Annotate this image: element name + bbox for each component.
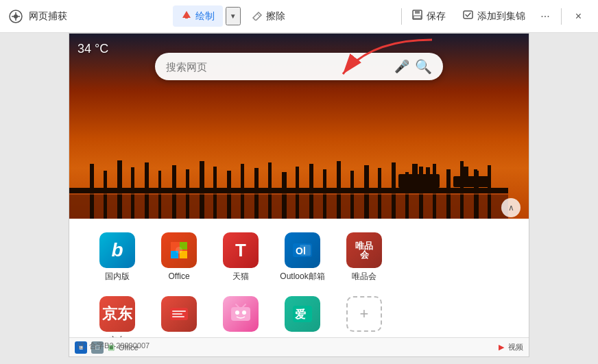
- svg-rect-17: [186, 169, 189, 226]
- svg-rect-24: [282, 172, 287, 226]
- erase-icon: [252, 10, 263, 23]
- collection-icon: [462, 9, 474, 23]
- erase-button[interactable]: 擦除: [243, 5, 294, 27]
- draw-dropdown-button[interactable]: ▼: [226, 7, 241, 25]
- svg-rect-3: [185, 16, 188, 19]
- svg-rect-44: [453, 176, 491, 187]
- app-tmall-icon: T: [223, 232, 259, 268]
- bottom-text-3: ▶: [499, 343, 504, 352]
- app-jd-icon: 京东: [99, 296, 135, 332]
- search-input[interactable]: [166, 61, 389, 73]
- app-iqiyi[interactable]: 爱: [275, 292, 330, 339]
- svg-rect-39: [488, 165, 491, 226]
- svg-rect-20: [227, 171, 231, 226]
- app-tmall-label: 天猫: [232, 271, 249, 282]
- browser-content: 34 °C 🎤 🔍 ∧ b 国内版: [69, 33, 529, 357]
- erase-label: 擦除: [266, 10, 285, 23]
- svg-text:Ol: Ol: [296, 245, 306, 256]
- svg-rect-62: [231, 307, 250, 321]
- svg-rect-47: [69, 193, 508, 195]
- draw-icon: [181, 10, 192, 23]
- app-bilibili-icon: [223, 296, 259, 332]
- license-text: 证: 合字B2-20090007: [77, 341, 150, 351]
- svg-rect-19: [213, 167, 217, 226]
- svg-rect-45: [464, 167, 468, 178]
- svg-rect-27: [323, 169, 326, 226]
- app-vip[interactable]: 唯品会 唯品会: [337, 228, 392, 287]
- svg-rect-36: [446, 169, 451, 226]
- app-bilibili[interactable]: [213, 292, 268, 339]
- app-bing[interactable]: b 国内版: [90, 228, 145, 287]
- save-button[interactable]: 保存: [405, 5, 453, 27]
- collection-button[interactable]: 添加到集锦: [455, 5, 532, 27]
- svg-rect-43: [426, 167, 430, 176]
- app-office-label: Office: [168, 271, 189, 282]
- newtab-background: 34 °C 🎤 🔍 ∧: [69, 34, 529, 226]
- svg-rect-30: [364, 165, 369, 226]
- capture-icon: [8, 9, 23, 24]
- search-icon[interactable]: 🔍: [415, 58, 432, 75]
- more-label: ···: [540, 10, 549, 22]
- svg-rect-15: [158, 171, 161, 226]
- svg-rect-25: [296, 167, 299, 226]
- svg-rect-11: [104, 171, 107, 226]
- app-outlook[interactable]: Ol Outlook邮箱: [275, 228, 330, 287]
- save-icon: [411, 9, 423, 23]
- brand-label: 网页捕获: [29, 10, 67, 23]
- svg-point-1: [14, 14, 18, 19]
- svg-rect-5: [415, 10, 420, 14]
- app-iqiyi-icon: 爱: [285, 296, 320, 332]
- search-bar: 🎤 🔍: [155, 53, 443, 80]
- svg-rect-42: [412, 164, 418, 176]
- app-bing-label: 国内版: [105, 271, 130, 282]
- svg-rect-59: [172, 311, 186, 312]
- svg-rect-16: [172, 165, 176, 226]
- toolbar: 网页捕获 绘制 ▼ 擦除: [0, 0, 598, 33]
- app-outlook-label: Outlook邮箱: [280, 271, 324, 282]
- toolbar-divider-2: [561, 8, 562, 25]
- save-label: 保存: [427, 10, 446, 23]
- apps-row-1: b 国内版 Office: [83, 226, 515, 289]
- collection-label: 添加到集锦: [477, 10, 525, 23]
- draw-button[interactable]: 绘制: [173, 5, 223, 27]
- svg-rect-61: [172, 316, 184, 317]
- app-ms-news-icon: [161, 296, 197, 332]
- svg-rect-60: [172, 313, 182, 315]
- close-label: ×: [575, 10, 582, 22]
- svg-rect-13: [131, 167, 134, 226]
- app-office-icon: [161, 232, 197, 268]
- add-app-button[interactable]: +: [346, 296, 382, 332]
- apps-area: b 国内版 Office: [69, 219, 529, 356]
- app-vip-icon: 唯品会: [346, 232, 382, 268]
- app-outlook-icon: Ol: [285, 232, 320, 268]
- weather-temperature: 34 °C: [77, 42, 108, 56]
- bottom-text-4: 视频: [508, 342, 523, 352]
- add-icon: +: [360, 305, 369, 323]
- svg-text:爱: 爱: [295, 308, 306, 320]
- svg-rect-6: [414, 16, 421, 19]
- app-bing-icon: b: [99, 232, 135, 268]
- svg-rect-7: [464, 11, 473, 19]
- svg-rect-22: [254, 168, 259, 226]
- svg-rect-31: [378, 168, 381, 226]
- svg-rect-41: [398, 174, 440, 188]
- toolbar-left: 网页捕获: [8, 9, 67, 24]
- toolbar-right: 保存 添加到集锦 ··· ×: [405, 5, 590, 27]
- chevron-up-button[interactable]: ∧: [501, 198, 521, 217]
- toolbar-center: 绘制 ▼ 擦除: [67, 5, 398, 27]
- add-app-item[interactable]: +: [337, 292, 392, 336]
- svg-rect-29: [350, 171, 354, 226]
- svg-rect-46: [474, 169, 477, 178]
- mic-icon[interactable]: 🎤: [394, 59, 409, 74]
- close-button[interactable]: ×: [567, 6, 590, 27]
- app-tmall[interactable]: T 天猫: [213, 228, 268, 287]
- app-vip-label: 唯品会: [352, 271, 376, 282]
- toolbar-divider: [401, 8, 402, 25]
- svg-point-63: [235, 311, 239, 315]
- app-ms-news[interactable]: [152, 292, 206, 339]
- app-office[interactable]: Office: [152, 228, 206, 287]
- search-bar-container: 🎤 🔍: [155, 53, 443, 80]
- more-button[interactable]: ···: [535, 6, 555, 27]
- chevron-up-icon: ∧: [508, 203, 514, 213]
- draw-label: 绘制: [195, 10, 215, 23]
